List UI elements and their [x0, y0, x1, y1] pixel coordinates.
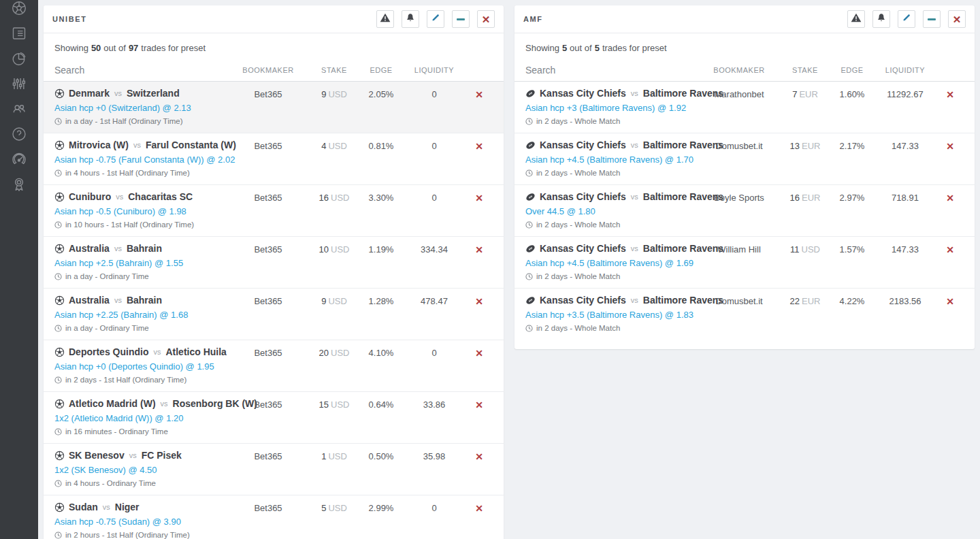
pencil-icon — [902, 13, 911, 25]
stake-currency: USD — [331, 244, 349, 255]
edit-button[interactable] — [427, 10, 444, 28]
market-link[interactable]: Asian hcp -0.75 (Sudan) @ 3.90 — [54, 517, 181, 527]
table-row[interactable]: Kansas City Chiefs vs Baltimore Ravens O… — [514, 185, 975, 237]
table-row[interactable]: Mitrovica (W) vs Farul Constanta (W) Asi… — [44, 133, 504, 185]
award-icon[interactable] — [11, 176, 27, 193]
close-panel-button[interactable]: ✕ — [948, 10, 966, 28]
table-row[interactable]: Kansas City Chiefs vs Baltimore Ravens A… — [514, 237, 975, 289]
close-icon: ✕ — [475, 244, 483, 255]
table-row[interactable]: SK Benesov vs FC Pisek 1x2 (SK Benesov) … — [44, 444, 504, 495]
market-link[interactable]: Asian hcp +4.5 (Baltimore Ravens) @ 1.69 — [525, 258, 693, 268]
home-team: Kansas City Chiefs — [540, 295, 626, 306]
pie-chart-icon[interactable] — [11, 50, 27, 67]
market-link[interactable]: Asian hcp +3 (Baltimore Ravens) @ 1.92 — [525, 103, 686, 113]
minimize-button[interactable] — [452, 10, 470, 28]
market-link[interactable]: Asian hcp +0 (Deportes Quindio) @ 1.95 — [54, 361, 214, 372]
home-team: Kansas City Chiefs — [540, 243, 626, 254]
table-row[interactable]: Cuniburo vs Chacaritas SC Asian hcp -0.5… — [44, 185, 504, 237]
market-link[interactable]: Asian hcp +2.25 (Bahrain) @ 1.68 — [54, 310, 188, 320]
time-text: in 2 hours - 1st Half (Ordinary Time) — [65, 531, 190, 539]
close-panel-button[interactable]: ✕ — [477, 10, 495, 28]
table-row[interactable]: Kansas City Chiefs vs Baltimore Ravens A… — [514, 289, 975, 340]
market-link[interactable]: Asian hcp +2.5 (Bahrain) @ 1.55 — [54, 258, 183, 268]
remove-trade-button[interactable]: ✕ — [466, 398, 493, 411]
match-title: Mitrovica (W) vs Farul Constanta (W) — [54, 140, 227, 150]
search-input[interactable] — [525, 65, 689, 76]
stake-currency: USD — [331, 348, 349, 358]
notifications-button[interactable] — [872, 10, 890, 28]
market-link[interactable]: Asian hcp +3.5 (Baltimore Ravens) @ 1.83 — [525, 310, 693, 320]
remove-trade-button[interactable]: ✕ — [936, 140, 964, 152]
column-stake: STAKE — [780, 66, 830, 74]
remove-trade-button[interactable]: ✕ — [936, 295, 964, 308]
market-link[interactable]: Asian hcp -0.5 (Cuniburo) @ 1.98 — [54, 206, 186, 216]
time-text: in a day - 1st Half (Ordinary Time) — [65, 117, 183, 125]
market-link[interactable]: Asian hcp -0.75 (Farul Constanta (W)) @ … — [54, 154, 235, 165]
showing-middle: out of — [103, 43, 126, 53]
bookmaker-cell: Bet365 — [227, 295, 309, 306]
stake-currency: USD — [331, 399, 349, 410]
stake-currency: USD — [328, 296, 346, 306]
market-link[interactable]: 1x2 (Atletico Madrid (W)) @ 1.20 — [54, 413, 183, 423]
event-time: in 4 hours - 1st Half (Ordinary Time) — [54, 169, 227, 177]
edge-cell: 2.17% — [830, 140, 874, 151]
warning-icon — [851, 13, 862, 25]
table-row[interactable]: Kansas City Chiefs vs Baltimore Ravens A… — [514, 82, 975, 133]
clock-icon — [54, 428, 62, 436]
time-text: in 4 hours - 1st Half (Ordinary Time) — [65, 169, 190, 177]
table-row[interactable]: Atletico Madrid (W) vs Rosenborg BK (W) … — [44, 392, 504, 444]
table-row[interactable]: Deportes Quindio vs Atletico Huila Asian… — [44, 340, 504, 392]
table-row[interactable]: Australia vs Bahrain Asian hcp +2.25 (Ba… — [44, 289, 504, 340]
clock-icon — [525, 118, 533, 125]
table-row[interactable]: Denmark vs Switzerland Asian hcp +0 (Swi… — [44, 82, 504, 133]
stake-cell: 13EUR — [780, 140, 830, 151]
market-link[interactable]: Asian hcp +4.5 (Baltimore Ravens) @ 1.70 — [525, 154, 693, 165]
warning-button[interactable] — [376, 10, 394, 28]
event-time: in 2 days - Whole Match — [525, 169, 698, 177]
sliders-icon[interactable] — [11, 76, 27, 92]
edit-button[interactable] — [898, 10, 915, 28]
stake-currency: USD — [331, 193, 349, 203]
remove-trade-button[interactable]: ✕ — [466, 502, 493, 514]
minimize-button[interactable] — [923, 10, 941, 28]
trades-list: Denmark vs Switzerland Asian hcp +0 (Swi… — [44, 82, 504, 539]
gauge-icon[interactable] — [11, 151, 27, 167]
soccer-nav-icon[interactable] — [11, 0, 27, 16]
remove-trade-button[interactable]: ✕ — [466, 346, 493, 359]
panel-title: UNIBET — [52, 15, 87, 23]
remove-trade-button[interactable]: ✕ — [936, 88, 964, 101]
remove-trade-button[interactable]: ✕ — [466, 140, 493, 152]
notifications-button[interactable] — [402, 10, 419, 28]
bookmaker-cell: Marathonbet — [698, 88, 780, 99]
remove-trade-button[interactable]: ✕ — [466, 191, 493, 204]
remove-trade-button[interactable]: ✕ — [936, 191, 964, 204]
vs-label: vs — [631, 193, 638, 201]
clock-icon — [54, 273, 62, 280]
clock-icon — [54, 169, 62, 177]
match-title: Denmark vs Switzerland — [54, 88, 227, 99]
table-row[interactable]: Australia vs Bahrain Asian hcp +2.5 (Bah… — [44, 237, 504, 289]
remove-trade-button[interactable]: ✕ — [466, 88, 493, 101]
search-input[interactable] — [54, 65, 218, 76]
market-link[interactable]: Asian hcp +0 (Switzerland) @ 2.13 — [54, 103, 191, 113]
market-link[interactable]: 1x2 (SK Benesov) @ 4.50 — [54, 465, 157, 475]
table-row[interactable]: Sudan vs Niger Asian hcp -0.75 (Sudan) @… — [44, 495, 504, 539]
list-icon[interactable] — [11, 25, 27, 42]
time-text: in 2 days - Whole Match — [536, 272, 620, 280]
table-row[interactable]: Kansas City Chiefs vs Baltimore Ravens A… — [514, 133, 975, 185]
users-icon[interactable] — [11, 101, 27, 117]
help-icon[interactable] — [11, 126, 27, 142]
stake-cell: 16EUR — [780, 191, 830, 203]
remove-trade-button[interactable]: ✕ — [466, 450, 493, 463]
remove-trade-button[interactable]: ✕ — [936, 243, 964, 256]
vs-label: vs — [631, 89, 638, 97]
match-title: Deportes Quindio vs Atletico Huila — [54, 346, 227, 357]
match-title: Cuniburo vs Chacaritas SC — [54, 191, 227, 202]
warning-button[interactable] — [847, 10, 865, 28]
liquidity-cell: 35.98 — [403, 450, 466, 461]
remove-trade-button[interactable]: ✕ — [466, 243, 493, 256]
remove-trade-button[interactable]: ✕ — [466, 295, 493, 308]
warning-icon — [380, 13, 391, 25]
clock-icon — [54, 118, 62, 125]
market-link[interactable]: Over 44.5 @ 1.80 — [525, 206, 595, 216]
